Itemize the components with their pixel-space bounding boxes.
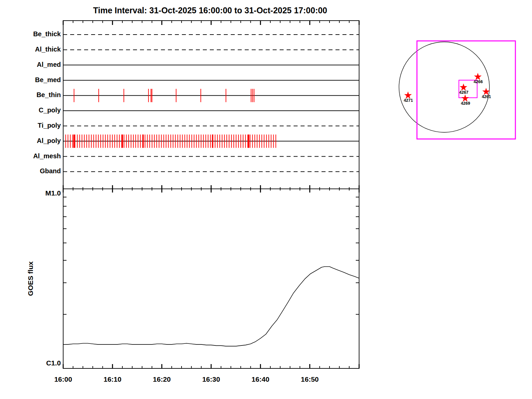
active-region-4271: 4271 <box>404 91 413 103</box>
solar-limb-circle <box>399 42 489 132</box>
time-axis-labels: 16:0016:1016:2016:3016:4016:50 <box>54 375 319 383</box>
filter-label-Al_med: Al_med <box>37 61 61 68</box>
chart-title: Time Interval: 31-Oct-2025 16:00:00 to 3… <box>93 6 327 15</box>
active-region-4267: 4267 <box>459 83 468 95</box>
goes-y-top-label: M1.0 <box>45 189 61 197</box>
active-region-4261: 4261 <box>482 88 491 99</box>
goes-y-axis-title: GOES flux <box>27 261 34 296</box>
x-tick-label: 16:30 <box>202 375 220 383</box>
goes-flux-curve-group <box>63 267 359 346</box>
active-region-label: 4271 <box>404 98 413 103</box>
star-icon <box>474 73 482 80</box>
active-region-label: 4266 <box>473 79 483 84</box>
plot-page: Time Interval: 31-Oct-2025 16:00:00 to 3… <box>0 0 532 399</box>
goes-y-bottom-label: C1.0 <box>46 359 61 367</box>
filter-label-Ti_poly: Ti_poly <box>38 122 61 129</box>
filter-label-Al_thick: Al_thick <box>35 46 61 53</box>
active-region-4266: 4266 <box>473 73 483 84</box>
goes-flux-curve <box>63 267 359 346</box>
star-icon <box>460 83 467 91</box>
active-region-label: 4267 <box>459 90 468 95</box>
filter-label-Be_med: Be_med <box>35 76 61 83</box>
star-icon <box>404 91 412 99</box>
active-region-label: 4261 <box>482 94 491 99</box>
solar-map: 42664267426942614271 <box>399 41 515 139</box>
filter-label-C_poly: C_poly <box>39 106 61 114</box>
exposure-ticks <box>66 89 276 148</box>
x-tick-label: 16:10 <box>103 375 121 383</box>
goes-log-minor-ticks <box>63 197 359 315</box>
filter-label-Al_poly: Al_poly <box>37 137 61 144</box>
x-tick-label: 16:00 <box>54 375 72 383</box>
filter-label-Al_mesh: Al_mesh <box>33 152 61 160</box>
goes-panel-frame <box>63 189 359 368</box>
filter-label-Be_thick: Be_thick <box>33 30 61 38</box>
plot-canvas: Time Interval: 31-Oct-2025 16:00:00 to 3… <box>0 0 532 399</box>
x-tick-label: 16:40 <box>251 375 269 383</box>
filter-label-Be_thin: Be_thin <box>37 91 61 98</box>
time-axis-ticks <box>63 21 359 368</box>
filter-timeline-panel-frame <box>63 21 359 189</box>
x-tick-label: 16:50 <box>301 375 319 383</box>
filter-rows: Be_thickAl_thickAl_medBe_medBe_thinC_pol… <box>33 30 359 175</box>
filter-label-Gband: Gband <box>40 167 61 175</box>
x-tick-label: 16:20 <box>153 375 171 383</box>
active-region-4269: 4269 <box>461 94 470 106</box>
active-region-label: 4269 <box>461 101 470 106</box>
